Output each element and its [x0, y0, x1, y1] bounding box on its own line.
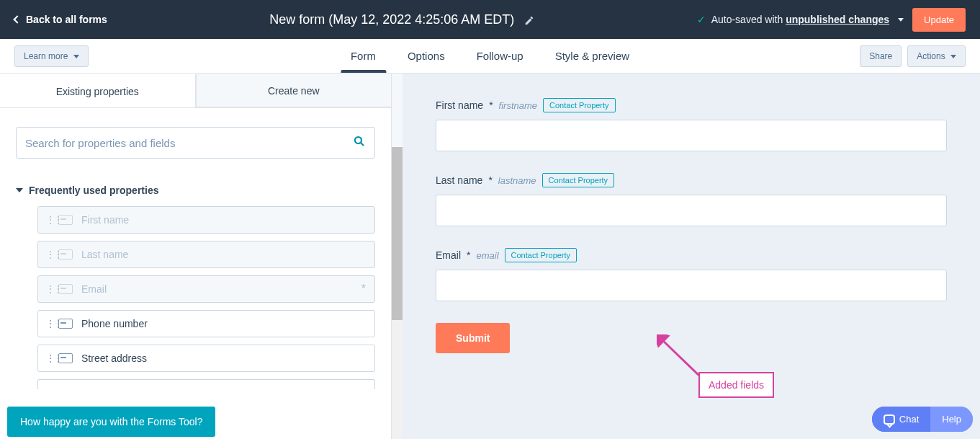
topbar: Back to all forms New form (May 12, 2022… — [0, 0, 980, 39]
scrollbar-thumb[interactable] — [392, 147, 403, 320]
tab-followup[interactable]: Follow-up — [477, 40, 523, 72]
tab-existing-properties[interactable]: Existing properties — [0, 74, 196, 107]
svg-point-0 — [355, 137, 361, 143]
property-label: Last name — [81, 249, 128, 260]
chat-bubble-icon — [884, 414, 895, 425]
field-api-name: email — [476, 250, 498, 261]
learn-more-label: Learn more — [24, 51, 68, 61]
field-label: Email — [436, 249, 461, 261]
tab-options[interactable]: Options — [408, 40, 445, 72]
tab-form[interactable]: Form — [351, 40, 376, 72]
form-field-lastname[interactable]: Last name * lastname Contact Property — [436, 173, 947, 226]
property-type-badge: Contact Property — [543, 98, 616, 112]
property-item-email: Email * — [37, 275, 375, 303]
caret-down-icon — [898, 18, 904, 22]
share-button[interactable]: Share — [860, 45, 902, 67]
edit-title-button[interactable] — [524, 14, 534, 25]
help-label: Help — [942, 414, 961, 425]
help-button[interactable]: Help — [930, 407, 973, 432]
property-item-partial[interactable] — [37, 379, 375, 389]
chat-help-widget: Chat Help — [872, 407, 973, 432]
autosave-status[interactable]: ✓ Auto-saved with unpublished changes — [697, 14, 904, 25]
property-item-phone[interactable]: Phone number — [37, 310, 375, 337]
property-type-badge: Contact Property — [505, 248, 577, 262]
property-search[interactable] — [16, 127, 375, 159]
form-title-group: New form (May 12, 2022 4:25:06 AM EDT) — [269, 12, 534, 27]
email-input[interactable] — [436, 270, 947, 301]
field-label-row: Last name * lastname Contact Property — [436, 173, 947, 187]
field-label: Last name — [436, 174, 482, 186]
section-frequently-used[interactable]: Frequently used properties — [16, 185, 375, 196]
survey-prompt[interactable]: How happy are you with the Forms Tool? — [7, 407, 215, 437]
form-canvas: First name * firstname Contact Property … — [403, 74, 980, 439]
section-title: Frequently used properties — [29, 185, 158, 196]
scrollbar[interactable] — [392, 147, 403, 439]
chevron-left-icon — [13, 15, 21, 23]
properties-content: Frequently used properties First name La… — [0, 108, 391, 389]
text-field-icon — [58, 215, 73, 225]
drag-handle-icon — [45, 213, 50, 226]
form-field-firstname[interactable]: First name * firstname Contact Property — [436, 98, 947, 151]
tab-create-new[interactable]: Create new — [196, 74, 392, 107]
submit-button[interactable]: Submit — [436, 323, 510, 353]
property-item-lastname: Last name — [37, 241, 375, 268]
annotation-callout: Added fields — [698, 372, 774, 398]
field-label-row: First name * firstname Contact Property — [436, 98, 947, 112]
search-input[interactable] — [25, 137, 353, 149]
autosave-prefix: Auto-saved with — [711, 14, 786, 25]
caret-down-icon — [73, 55, 79, 58]
topbar-right: ✓ Auto-saved with unpublished changes Up… — [697, 8, 966, 32]
tab-style-preview[interactable]: Style & preview — [555, 40, 629, 72]
property-list: First name Last name Email * Phone numbe — [16, 206, 375, 389]
property-tabs: Existing properties Create new — [0, 74, 391, 108]
chat-label: Chat — [899, 414, 919, 425]
required-star: * — [467, 249, 470, 261]
property-type-badge: Contact Property — [542, 173, 615, 187]
lastname-input[interactable] — [436, 195, 947, 226]
property-item-firstname: First name — [37, 206, 375, 234]
text-field-icon — [58, 284, 73, 294]
text-field-icon — [58, 353, 73, 363]
back-link-label: Back to all forms — [26, 14, 107, 25]
actions-label: Actions — [917, 51, 945, 61]
required-star: * — [489, 99, 493, 111]
form-title: New form (May 12, 2022 4:25:06 AM EDT) — [269, 12, 514, 27]
text-field-icon — [58, 249, 73, 260]
required-indicator: * — [361, 283, 366, 296]
search-icon — [353, 135, 366, 151]
subbar-actions: Share Actions — [860, 45, 966, 67]
drag-handle-icon — [45, 248, 50, 261]
drag-handle-icon — [45, 283, 50, 296]
caret-down-icon — [16, 188, 23, 192]
subbar: Learn more Form Options Follow-up Style … — [0, 39, 980, 74]
property-label: Phone number — [81, 318, 148, 329]
update-button[interactable]: Update — [912, 8, 966, 32]
text-field-icon — [58, 319, 73, 329]
drag-handle-icon[interactable] — [45, 317, 50, 330]
editor-tabs: Form Options Follow-up Style & preview — [351, 40, 629, 72]
property-label: Street address — [81, 352, 147, 364]
svg-line-1 — [361, 143, 364, 146]
form-field-email[interactable]: Email * email Contact Property — [436, 248, 947, 301]
property-label: Email — [81, 283, 107, 295]
learn-more-button[interactable]: Learn more — [14, 45, 89, 67]
caret-down-icon — [950, 55, 956, 58]
chat-button[interactable]: Chat — [872, 407, 930, 432]
property-item-street[interactable]: Street address — [37, 345, 375, 372]
field-label: First name — [436, 99, 483, 111]
drag-handle-icon[interactable] — [45, 352, 50, 365]
autosave-text: Auto-saved with unpublished changes — [711, 14, 889, 25]
autosave-emph: unpublished changes — [786, 14, 889, 25]
field-api-name: lastname — [498, 175, 536, 186]
back-link[interactable]: Back to all forms — [14, 14, 107, 25]
actions-button[interactable]: Actions — [907, 45, 966, 67]
editor-body: Existing properties Create new Frequentl… — [0, 74, 980, 439]
field-label-row: Email * email Contact Property — [436, 248, 947, 262]
property-label: First name — [81, 214, 129, 226]
firstname-input[interactable] — [436, 120, 947, 151]
properties-pane: Existing properties Create new Frequentl… — [0, 74, 392, 439]
check-icon: ✓ — [697, 14, 706, 25]
field-api-name: firstname — [499, 100, 537, 111]
required-star: * — [488, 174, 492, 186]
